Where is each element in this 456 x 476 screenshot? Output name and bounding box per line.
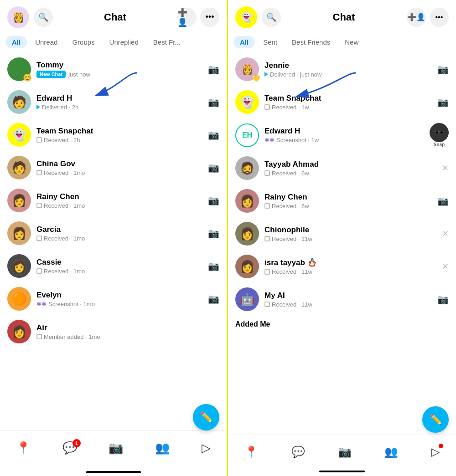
nav-stories-right[interactable]: ▷ [431, 445, 440, 458]
received-box-tayyab [264, 170, 270, 176]
chat-status-snapchat-left: Received · 2h [44, 137, 80, 143]
chat-item-chionophile[interactable]: 👩 Chionophile Received · 11w ✕ [228, 217, 456, 250]
chat-status-snapchat-right: Received · 1w [272, 104, 309, 111]
chat-status-chinagov: Received · 1mo [44, 169, 85, 176]
chat-item-tayyab[interactable]: 🧔 Tayyab Ahmad Received · 6w ✕ [228, 152, 456, 184]
received-box-rainychen [36, 203, 42, 208]
nav-stories-left[interactable]: ▷ [202, 441, 211, 455]
camera-icon-evelyn[interactable]: 📷 [208, 293, 219, 304]
chat-name-chinagov: China Gov [36, 159, 208, 169]
avatar-cassie: 👩 [7, 254, 31, 278]
camera-icon-rainychen-left[interactable]: 📷 [208, 195, 219, 206]
chat-name-edward-right: Edward H [264, 127, 426, 136]
chat-name-rainychen-right: Rainy Chen [264, 193, 437, 202]
chat-name-garcia: Garcia [36, 225, 208, 234]
avatar-snapchat-left: 👻 [7, 123, 31, 147]
avatar-garcia: 👩 [7, 221, 31, 245]
chat-item-myai[interactable]: 🤖 My AI Received · 11w 📷 [228, 283, 456, 316]
chat-item-air[interactable]: 👩 Air Member added · 1mo [0, 315, 227, 348]
chat-item-snapchat-right[interactable]: 👻 Team Snapchat Received · 1w 📷 [228, 86, 456, 118]
delivered-arrow-edward [36, 105, 40, 109]
camera-icon-rainychen-right[interactable]: 📷 [437, 195, 449, 206]
camera-icon-snapchat-right[interactable]: 📷 [437, 97, 449, 107]
camera-icon-chinagov[interactable]: 📷 [208, 162, 219, 173]
chat-name-evelyn: Evelyn [36, 291, 208, 300]
chat-item-chinagov[interactable]: 🧑 China Gov Received · 1mo 📷 [0, 151, 227, 184]
camera-icon-myai[interactable]: 📷 [437, 294, 449, 305]
nav-chat-left[interactable]: 💬 1 [62, 441, 77, 455]
search-button-left[interactable]: 🔍 [34, 8, 53, 27]
new-chat-badge: New Chat [36, 71, 66, 78]
close-btn-isra[interactable]: ✕ [442, 261, 449, 271]
tab-groups-left[interactable]: Groups [66, 36, 101, 48]
nav-friends-right[interactable]: 👥 [384, 445, 398, 458]
tab-bestfri-left[interactable]: Best Fr... [147, 36, 187, 48]
chat-status-cassie: Received · 1mo [44, 268, 85, 275]
more-button-right[interactable]: ••• [430, 8, 449, 27]
chat-name-snapchat-right: Team Snapchat [264, 94, 437, 103]
received-box-isra [264, 269, 270, 275]
nav-friends-left[interactable]: 👥 [155, 441, 170, 455]
tab-bestfriends-right[interactable]: Best Friends [285, 36, 337, 48]
avatar-myai: 🤖 [235, 287, 259, 311]
user-avatar-right[interactable]: 👻 [235, 6, 257, 28]
chat-item-garcia[interactable]: 👩 Garcia Received · 1mo 📷 [0, 217, 227, 250]
tab-all-right[interactable]: All [233, 36, 255, 48]
chat-item-tommy[interactable]: 😊 Tommy New Chat just now 📷 [0, 53, 227, 86]
more-button-left[interactable]: ••• [200, 8, 219, 27]
compose-icon-right: ✏️ [430, 414, 442, 425]
received-box-myai [264, 302, 270, 307]
chat-item-jennie[interactable]: 👸 💛 Jennie Delivered · just now 📷 [228, 53, 456, 86]
camera-icon-garcia[interactable]: 📷 [208, 228, 219, 239]
avatar-snapchat-right: 👻 [235, 90, 259, 114]
camera-icon-snapchat-left[interactable]: 📷 [208, 129, 219, 140]
received-box-cassie [36, 268, 42, 274]
chat-item-evelyn[interactable]: 🟠 Evelyn ✱✱ Screenshot · 1mo 📷 [0, 282, 227, 315]
nav-map-right[interactable]: 📍 [244, 445, 258, 458]
chat-name-tayyab: Tayyab Ahmad [264, 160, 442, 169]
chat-status-isra: Received · 11w [272, 268, 312, 275]
add-friend-button-right[interactable]: ➕👤 [407, 8, 426, 27]
avatar-evelyn: 🟠 [7, 287, 31, 311]
chat-item-edward-right[interactable]: EH Edward H ✱✱ Screenshot · 1w 🕶️ Snap [228, 118, 456, 152]
search-button-right[interactable]: 🔍 [262, 8, 281, 27]
nav-camera-left[interactable]: 📷 [109, 441, 123, 455]
screenshot-icon-edward-right: ✱✱ [264, 137, 275, 143]
camera-icon-edward[interactable]: 📷 [208, 97, 219, 107]
chat-item-isra[interactable]: 👩 isra tayyab 🪆 Received · 11w ✕ [228, 250, 456, 283]
received-box-rainychen-right [264, 203, 270, 209]
chat-item-edward[interactable]: 🧑 Edward H Delivered · 2h 📷 [0, 86, 227, 118]
chat-status-tayyab: Received · 6w [272, 170, 309, 177]
tab-unreplied-left[interactable]: Unreplied [103, 36, 145, 48]
avatar-chionophile: 👩 [235, 222, 259, 246]
close-btn-chionophile[interactable]: ✕ [442, 229, 449, 239]
compose-fab-left[interactable]: ✏️ [193, 404, 219, 430]
tab-all-left[interactable]: All [5, 36, 27, 48]
camera-icon-tommy[interactable]: 📷 [208, 64, 219, 75]
tab-unread-left[interactable]: Unread [29, 36, 64, 48]
chat-item-rainychen-left[interactable]: 👩 Rainy Chen Received · 1mo 📷 [0, 184, 227, 217]
chat-name-myai: My AI [264, 291, 437, 300]
camera-icon-cassie[interactable]: 📷 [208, 261, 219, 271]
camera-icon-jennie[interactable]: 📷 [437, 64, 449, 75]
compose-fab-right[interactable]: ✏️ [422, 406, 449, 433]
user-avatar-left[interactable]: 👸 [7, 6, 29, 28]
avatar-isra: 👩 [235, 255, 259, 278]
nav-map-left[interactable]: 📍 [16, 441, 31, 455]
tab-sent-right[interactable]: Sent [257, 36, 284, 48]
add-friend-button-left[interactable]: ➕👤 [177, 8, 197, 27]
chat-name-tommy: Tommy [36, 61, 208, 70]
chat-name-jennie: Jennie [264, 61, 437, 70]
chat-item-rainychen-right[interactable]: 👩 Rainy Chen Received · 6w 📷 [228, 184, 456, 217]
chat-name-rainychen-left: Rainy Chen [36, 192, 208, 201]
chat-item-snapchat-left[interactable]: 👻 Team Snapchat Received · 2h 📷 [0, 118, 227, 151]
snap-button-edward[interactable]: 🕶️ Snap [430, 123, 449, 147]
chat-item-cassie[interactable]: 👩 Cassie Received · 1mo 📷 [0, 250, 227, 282]
nav-camera-right[interactable]: 📷 [338, 445, 352, 458]
nav-chat-right[interactable]: 💬 [291, 445, 305, 458]
tab-new-right[interactable]: New [338, 36, 365, 48]
avatar-tommy: 😊 [7, 57, 31, 81]
close-btn-tayyab[interactable]: ✕ [442, 163, 449, 173]
delivered-arrow-jennie [264, 72, 268, 77]
avatar-edward-right: EH [235, 123, 259, 147]
